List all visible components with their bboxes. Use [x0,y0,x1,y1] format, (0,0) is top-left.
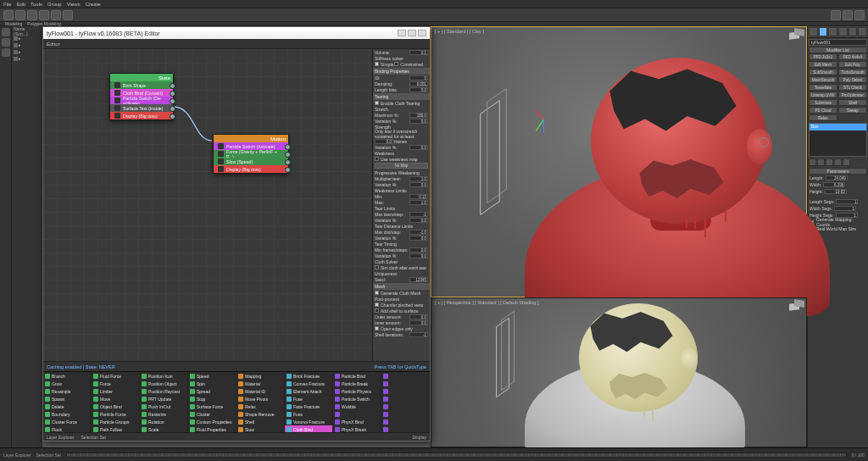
palette-operator[interactable]: Fluid Force [92,372,139,380]
modifier-button[interactable]: Sweep [838,107,867,114]
palette-operator[interactable] [381,403,429,410]
viewport-bottom[interactable]: [ + ] [ Perspective ] [ Standard ] [ Def… [431,297,807,447]
palette-operator[interactable]: Face Fracture [285,403,332,410]
param-field[interactable]: 1 [834,206,856,211]
palette-operator[interactable]: Spawn [43,395,91,403]
prop-field[interactable]: 12345 [409,277,428,282]
palette-operator[interactable]: Position Raycast [140,387,187,395]
palette-operator[interactable]: Object Bind [92,403,139,410]
modifier-button[interactable]: Poly Select [838,76,867,83]
palette-operator[interactable]: Shape Remove [236,410,284,418]
event-node-state[interactable]: State Birth Shape Cloth Bind (Convert) P… [109,73,174,120]
palette-operator[interactable]: Brick Fracture [285,372,332,380]
event-node-motion[interactable]: Motion Particle Switch (Activate) Force … [213,134,289,174]
explorer-row[interactable]: ▸ [14,48,40,55]
prop-field[interactable]: 0.0 [375,139,393,144]
prop-field[interactable]: -1 [409,212,428,217]
tyflow-properties[interactable]: Volume:0.1 Stiffness solver SimpleConstr… [372,49,430,361]
toolbar-button[interactable] [843,10,853,20]
radio[interactable] [375,62,379,66]
dock-button[interactable] [2,48,10,57]
prop-field[interactable]: 0.0 [409,320,428,325]
toolbar-button[interactable] [15,10,25,20]
tab-editor[interactable]: Editor [47,42,60,47]
palette-operator[interactable] [381,372,429,380]
radio[interactable] [394,62,398,66]
tab-create-icon[interactable] [809,27,818,36]
prop-field[interactable]: 0 [409,75,428,81]
toolbar-button[interactable] [831,10,841,20]
remove-icon[interactable] [834,158,842,166]
minimize-icon[interactable] [398,30,406,36]
palette-operator[interactable]: Shell [236,418,284,425]
palette-operator[interactable]: Delete [43,403,91,410]
main-menubar[interactable]: File Edit Tools Group Views Create [0,0,868,8]
rotate-gizmo-icon[interactable] [759,137,769,147]
explorer-row[interactable]: ▸ [14,42,40,48]
checkbox[interactable] [375,101,379,105]
toolbar-button[interactable] [3,10,14,20]
explorer-row[interactable]: ▸ [14,55,40,62]
node-canvas[interactable]: State Birth Shape Cloth Bind (Convert) P… [43,49,372,361]
prop-field[interactable]: 0.0 [409,119,428,124]
close-icon[interactable] [418,30,426,36]
toolbar-button[interactable] [63,10,73,20]
tyflow-window[interactable]: tyFlow001 - tyFlow v0.16083 (BETA) Edito… [42,26,431,442]
prop-field[interactable]: 0.0 [409,145,428,150]
prop-field[interactable]: 0.0 [409,253,428,258]
op-label[interactable]: Birth Shape [123,83,146,88]
prop-field[interactable]: 0.0 [409,182,428,187]
prop-field[interactable]: -1 [409,332,428,337]
prop-field[interactable]: 1.0 [409,200,428,205]
palette-operator[interactable] [333,410,381,418]
prop-field[interactable]: 0.0 [409,314,428,319]
viewcube-icon[interactable] [789,300,804,312]
palette-operator[interactable]: Stop [188,395,236,403]
prop-field[interactable]: 0.0 [409,236,428,241]
palette-operator[interactable]: Push In/Out [140,403,187,410]
palette-operator[interactable]: Particle Groups [92,418,139,425]
modifier-button[interactable]: STL Check [838,84,867,91]
palette-operator[interactable]: Cluster [188,410,236,418]
palette-operator[interactable]: Mapping [236,372,284,380]
palette-operator[interactable]: Wobble [333,403,381,410]
viewcube-icon[interactable] [789,29,804,41]
scene-explorer[interactable]: Name (Sort...) ▸ ▸ ▸ ▸ [12,26,42,447]
modifier-button[interactable]: ProOptimizer [838,92,867,98]
checkbox[interactable] [375,157,379,161]
toolbar-button[interactable] [854,10,865,20]
checkbox[interactable] [375,265,379,269]
tab-motion-icon[interactable] [838,27,848,36]
palette-operator[interactable]: Relax [236,403,284,410]
palette-operator[interactable]: Speed [188,372,236,380]
palette-operator[interactable]: Fluid Properties [188,425,236,432]
palette-operator[interactable]: Force [92,380,139,387]
viewport-top[interactable]: [ + ] [ Standard ] [ Clay ] [431,26,807,297]
palette-operator[interactable]: PhysX Break [333,425,381,432]
palette-operator[interactable]: Branch [43,372,91,380]
palette-operator[interactable]: Particle Physics [333,387,381,395]
tyflow-titlebar[interactable]: tyFlow001 - tyFlow v0.16083 (BETA) Edito… [43,27,430,39]
op-label[interactable]: Slow (Speed) [226,159,253,164]
menu-tools[interactable]: Tools [31,2,42,7]
footer-label[interactable]: Display [413,435,426,440]
palette-operator[interactable]: Rotation [140,418,187,425]
op-label[interactable]: Display (Big dots) [226,167,261,172]
palette-operator[interactable]: Element Attach [285,387,332,395]
tab-hierarchy-icon[interactable] [828,27,837,36]
viewport-label[interactable]: [ + ] [ Standard ] [ Clay ] [435,29,484,34]
viewport-label[interactable]: [ + ] [ Perspective ] [ Standard ] [ Def… [435,300,538,305]
prop-field[interactable]: 0.0 [409,218,428,223]
palette-operator[interactable]: Convex Fracture [285,380,332,387]
prop-field[interactable]: 0.0 [409,247,428,253]
palette-operator[interactable]: Material [236,380,284,387]
param-field[interactable]: 1 [836,199,858,204]
palette-operator[interactable]: Move Pivots [236,395,284,403]
toolbar-button[interactable] [27,10,37,20]
modifier-button[interactable]: TurboSmooth [838,69,867,75]
palette-operator[interactable]: Material ID [236,387,284,395]
time-slider[interactable] [66,453,847,458]
prop-field[interactable]: 1.0 [409,176,428,181]
status-label[interactable]: Layer Explorer [3,453,31,458]
palette-operator[interactable]: Cloth Bind [285,425,332,432]
